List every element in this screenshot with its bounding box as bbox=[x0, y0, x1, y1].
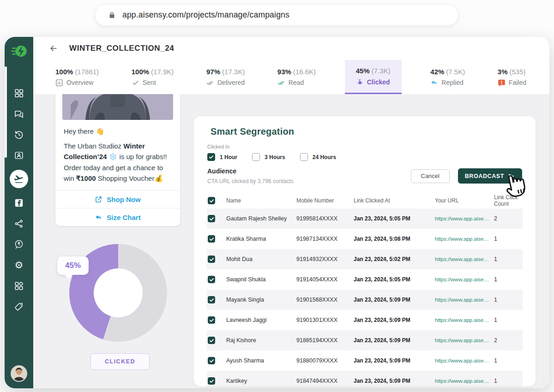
row-checkbox[interactable] bbox=[208, 235, 215, 243]
cell-clicked-at: Jan 23, 2024, 5:09 PM bbox=[354, 317, 435, 323]
stat-clicked[interactable]: 45%(7.3K) Clicked bbox=[345, 60, 402, 94]
table-row[interactable]: Swapnil Shukla 91914054XXXX Jan 23, 2024… bbox=[207, 269, 523, 290]
apps-icon[interactable] bbox=[14, 281, 24, 291]
stat-failed[interactable]: 3%(535) Failed bbox=[494, 60, 530, 94]
cell-name: Kratika Sharma bbox=[226, 236, 296, 242]
campaign-header: WINTER_COLLECTION_24 bbox=[33, 37, 549, 60]
cell-url[interactable]: https://www.app.aisen... bbox=[435, 317, 494, 323]
cell-url[interactable]: https://www.app.aisen... bbox=[435, 297, 494, 303]
cell-url[interactable]: https://www.app.aisen... bbox=[435, 378, 494, 384]
clicked-in-option[interactable]: 3 Hours bbox=[252, 153, 285, 161]
integrations-icon[interactable] bbox=[14, 219, 24, 229]
table-row[interactable]: Kartikey 91847494XXXX Jan 23, 2024, 5:09… bbox=[207, 371, 523, 386]
cell-url[interactable]: https://www.app.aisen... bbox=[435, 358, 494, 363]
cell-url[interactable]: https://www.app.aisen... bbox=[435, 216, 494, 221]
cell-url[interactable]: https://www.app.aisen... bbox=[435, 338, 494, 343]
row-checkbox[interactable] bbox=[208, 357, 215, 364]
segregation-title: Smart Segregation bbox=[211, 126, 536, 137]
campaigns-plane-icon[interactable] bbox=[10, 170, 28, 188]
browser-bar: app.aisensy.com/projects/manage/campaign… bbox=[0, 0, 554, 36]
send-icon bbox=[508, 172, 515, 180]
row-checkbox[interactable] bbox=[208, 337, 215, 344]
row-checkbox[interactable] bbox=[208, 316, 215, 324]
billing-rupee-icon[interactable]: ₹ bbox=[14, 239, 24, 249]
stat-sent[interactable]: 100%(17.9K) Sent bbox=[128, 60, 178, 94]
audience-label: Audience bbox=[207, 167, 294, 175]
stat-overview[interactable]: 100%(17861) Overview bbox=[52, 60, 102, 94]
table-row[interactable]: Lavneesh Jaggi 91901301XXXX Jan 23, 2024… bbox=[207, 310, 523, 330]
shop-now-button[interactable]: Shop Now bbox=[55, 190, 180, 208]
back-arrow-icon[interactable] bbox=[49, 44, 58, 53]
table-row[interactable]: Mayank Singla 91901568XXXX Jan 23, 2024,… bbox=[207, 290, 523, 310]
cell-count: 1 bbox=[494, 317, 523, 323]
cell-name: Ayush Sharma bbox=[226, 357, 296, 364]
dashboard-icon[interactable] bbox=[14, 88, 24, 98]
cell-url[interactable]: https://www.app.aisen... bbox=[435, 256, 494, 262]
cell-mobile: 91901568XXXX bbox=[296, 297, 354, 303]
overview-chart-icon bbox=[55, 79, 63, 87]
audience-description: CTA URL clicked by 3,796 contacts bbox=[207, 178, 294, 184]
row-checkbox[interactable] bbox=[208, 255, 215, 263]
cell-clicked-at: Jan 23, 2024, 5:05 PM bbox=[354, 276, 435, 283]
cell-name: Kartikey bbox=[226, 378, 296, 384]
cancel-button[interactable]: Cancel bbox=[411, 169, 450, 183]
size-chart-button[interactable]: Size Chart bbox=[55, 208, 180, 226]
cell-mobile: 91880079XXXX bbox=[296, 357, 354, 364]
cell-mobile: 91847494XXXX bbox=[296, 378, 354, 384]
svg-text:₹: ₹ bbox=[18, 242, 20, 246]
single-check-icon bbox=[132, 79, 139, 87]
column-header-count[interactable]: Link Click Count bbox=[494, 194, 523, 207]
table-row[interactable]: Raj Kishore 91885194XXXX Jan 23, 2024, 5… bbox=[207, 330, 523, 350]
reply-arrow-icon bbox=[430, 79, 438, 87]
cell-clicked-at: Jan 23, 2024, 5:09 PM bbox=[354, 378, 435, 384]
stat-replied[interactable]: 42%(7.5K) Replied bbox=[427, 60, 469, 94]
sidebar-scrollbar[interactable] bbox=[5, 66, 7, 158]
row-checkbox[interactable] bbox=[208, 377, 215, 385]
column-header-clicked-at[interactable]: Link Clicked At bbox=[354, 197, 435, 204]
clicked-in-option[interactable]: 24 Hours bbox=[300, 153, 336, 161]
row-checkbox[interactable] bbox=[208, 276, 215, 283]
history-icon[interactable] bbox=[14, 130, 24, 140]
message-preview-card: Hey there 👋 The Urban Studioz Winter Col… bbox=[55, 94, 180, 226]
row-checkbox[interactable] bbox=[208, 296, 215, 303]
cell-count: 1 bbox=[494, 357, 523, 364]
content-area: Hey there 👋 The Urban Studioz Winter Col… bbox=[33, 94, 549, 388]
column-header-mobile[interactable]: Mobile Number bbox=[296, 197, 354, 204]
user-avatar[interactable] bbox=[11, 365, 27, 382]
audience-row: Audience CTA URL clicked by 3,796 contac… bbox=[207, 167, 522, 184]
chats-icon[interactable] bbox=[14, 109, 24, 119]
table-row[interactable]: Ayush Sharma 91880079XXXX Jan 23, 2024, … bbox=[207, 350, 523, 371]
column-header-url[interactable]: Your URL bbox=[435, 197, 494, 204]
checkbox[interactable] bbox=[300, 153, 308, 161]
stat-delivered[interactable]: 97%(17.3K) Delivered bbox=[203, 60, 248, 94]
checkbox[interactable] bbox=[207, 153, 215, 161]
cell-clicked-at: Jan 23, 2024, 5:09 PM bbox=[354, 357, 435, 364]
facebook-icon[interactable] bbox=[14, 198, 24, 208]
checkbox[interactable] bbox=[252, 153, 260, 161]
table-row[interactable]: Mohit Dua 91914932XXXX Jan 23, 2024, 5:0… bbox=[207, 249, 523, 269]
cell-count: 2 bbox=[494, 215, 523, 222]
cell-url[interactable]: https://www.app.aisen... bbox=[435, 236, 494, 242]
settings-gear-icon[interactable]: ⚙ bbox=[14, 260, 24, 270]
cell-clicked-at: Jan 23, 2024, 5:09 PM bbox=[354, 297, 435, 303]
cell-count: 2 bbox=[494, 337, 523, 344]
tags-icon[interactable] bbox=[14, 302, 24, 312]
select-all-checkbox[interactable] bbox=[208, 197, 215, 204]
clicked-legend-button[interactable]: CLICKED bbox=[90, 353, 150, 370]
cell-url[interactable]: https://www.app.aisen... bbox=[435, 277, 494, 282]
cell-clicked-at: Jan 23, 2024, 5:09 PM bbox=[354, 337, 435, 344]
clicked-in-option[interactable]: 1 Hour bbox=[207, 153, 237, 161]
broadcast-button[interactable]: BROADCAST bbox=[458, 168, 522, 184]
contacts-icon[interactable] bbox=[14, 150, 24, 160]
row-checkbox[interactable] bbox=[208, 215, 215, 222]
cell-mobile: 91995814XXXX bbox=[296, 215, 354, 222]
address-bar[interactable]: app.aisensy.com/projects/manage/campaign… bbox=[95, 4, 458, 26]
cell-name: Raj Kishore bbox=[226, 337, 296, 344]
table-row[interactable]: Kratika Sharma 91987134XXXX Jan 23, 2024… bbox=[207, 229, 523, 249]
cell-clicked-at: Jan 23, 2024, 5:02 PM bbox=[354, 256, 435, 262]
sidebar: ₹ ⚙ bbox=[5, 37, 33, 388]
table-row[interactable]: Gautam Rajesh Shelley 91995814XXXX Jan 2… bbox=[207, 208, 523, 229]
stat-read[interactable]: 93%(16.6K) Read bbox=[274, 60, 319, 94]
column-header-name[interactable]: Name bbox=[226, 197, 296, 204]
message-greeting: Hey there 👋 bbox=[64, 127, 172, 136]
